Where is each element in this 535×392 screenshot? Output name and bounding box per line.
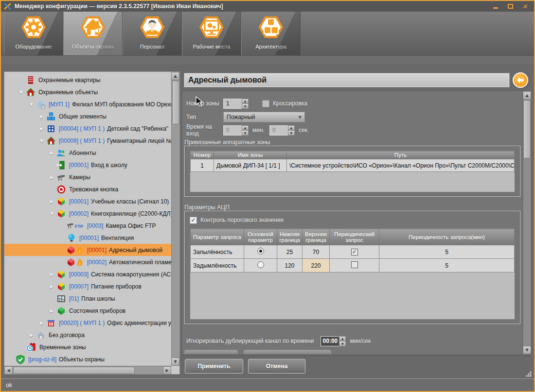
table-cell[interactable]: 5: [379, 245, 515, 259]
crossing-checkbox[interactable]: [262, 100, 269, 107]
scroll-right-button[interactable]: ▶: [163, 366, 171, 375]
tree-item[interactable]: ▼[МУП 1]Филиал МУП образования МО Орехов…: [4, 98, 171, 110]
maximize-button[interactable]: [507, 3, 514, 10]
tree-expand-arrow-icon[interactable]: ▶: [48, 308, 55, 313]
entry-time-sec-value[interactable]: 0: [269, 125, 288, 136]
toolbar-tab-person[interactable]: Персонал: [123, 12, 182, 55]
tree-item[interactable]: ▶Абоненты: [4, 147, 171, 159]
tree-item[interactable]: [01]План школы: [4, 292, 171, 305]
table-row[interactable]: 1Дымовой ДИП-34 [ 1/1 ]\Системное устрой…: [191, 159, 515, 172]
toolbar-tab-gear[interactable]: Оборудование: [4, 12, 63, 55]
table-cell[interactable]: 1: [191, 159, 214, 172]
scroll-down-button[interactable]: ▼: [171, 358, 179, 366]
entry-time-min-stepper[interactable]: 0 ▲▼: [223, 125, 249, 136]
tree-item[interactable]: FTP[0003]Камера Офис FTP: [4, 220, 171, 232]
tree-item[interactable]: Охраняемые квартиры: [4, 74, 171, 86]
increment-button[interactable]: ▲: [339, 336, 346, 341]
detail-vertical-scrollbar[interactable]: ▲ ▼: [523, 91, 531, 355]
scrollbar-thumb[interactable]: [172, 81, 179, 124]
tree-item[interactable]: ▶Состояния приборов: [4, 305, 171, 317]
scroll-up-button[interactable]: ▲: [171, 72, 179, 80]
tree-item[interactable]: Временные зоны: [4, 341, 171, 353]
decrement-button[interactable]: ▼: [339, 341, 346, 346]
tree-collapse-arrow-icon[interactable]: ▼: [48, 211, 55, 216]
table-cell[interactable]: [330, 259, 379, 273]
tree-expand-arrow-icon[interactable]: ▶: [38, 114, 45, 119]
scrollbar-thumb[interactable]: [13, 367, 135, 374]
table-cell[interactable]: [244, 245, 277, 259]
tree-item[interactable]: [prog-oz-8]Объекты охраны: [4, 353, 171, 365]
table-cell[interactable]: \Системное устройство\ИСО «Орион»\Канал …: [287, 159, 515, 172]
tree-item[interactable]: [00001]Вход в школу: [4, 159, 171, 171]
table-cell[interactable]: 70: [303, 245, 330, 259]
tree-collapse-arrow-icon[interactable]: ▼: [38, 138, 45, 143]
scroll-up-button[interactable]: ▲: [523, 91, 531, 100]
zone-number-stepper[interactable]: 1 ▲▼: [223, 99, 249, 109]
table-cell[interactable]: Запылённость: [191, 245, 244, 259]
resize-grip[interactable]: [525, 371, 532, 377]
toolbar-tab-house[interactable]: Объекты охраны: [63, 12, 123, 55]
scrollbar-thumb[interactable]: [523, 100, 531, 158]
zone-number-value[interactable]: 1: [223, 99, 242, 109]
table-row[interactable]: Задымлённость1202205: [191, 259, 515, 273]
increment-button[interactable]: ▲: [242, 125, 249, 131]
tree-item[interactable]: [00001]Вентиляция: [4, 232, 171, 244]
toolbar-tab-cubes[interactable]: Архитектура: [241, 12, 301, 55]
tree-vertical-scrollbar[interactable]: ▲ ▼: [171, 72, 179, 366]
main-parameter-radio[interactable]: [257, 261, 264, 268]
ignore-channel-stepper[interactable]: 00:00 ▲▼: [321, 336, 346, 346]
increment-button[interactable]: ▲: [242, 99, 249, 104]
cancel-button[interactable]: Отмена: [248, 359, 305, 374]
tree-item[interactable]: ▶Без договора: [4, 329, 171, 341]
entry-time-sec-stepper[interactable]: 0 ▲▼: [269, 125, 295, 136]
tree-collapse-arrow-icon[interactable]: ▼: [18, 90, 25, 95]
tree-horizontal-scrollbar[interactable]: ◀ ▶: [4, 366, 171, 374]
tree-item[interactable]: ▼Охраняемые объекты: [4, 86, 171, 98]
main-parameter-radio[interactable]: [257, 248, 264, 255]
tree-expand-arrow-icon[interactable]: ▶: [48, 199, 55, 204]
table-cell[interactable]: [244, 259, 277, 273]
tree-collapse-arrow-icon[interactable]: ▼: [28, 102, 35, 107]
tree-item[interactable]: ▶[00020] ( МУП 1 )Офис администрации упр…: [4, 317, 171, 329]
tree-item[interactable]: ▶Камеры: [4, 171, 171, 183]
type-dropdown[interactable]: Пожарный ▼: [223, 112, 305, 122]
tree-item[interactable]: [00001]Адресный дымовой: [4, 244, 171, 256]
tree-item[interactable]: ▶[00007]Питание приборов: [4, 280, 171, 292]
tree-expand-arrow-icon[interactable]: ▶: [48, 175, 55, 180]
tree-expand-arrow-icon[interactable]: ▶: [28, 333, 35, 338]
tree-expand-arrow-icon[interactable]: ▶: [38, 126, 45, 131]
tree-expand-arrow-icon[interactable]: ▶: [48, 151, 55, 155]
table-cell[interactable]: 5: [379, 259, 515, 273]
increment-button[interactable]: ▲: [288, 125, 295, 131]
tree-item[interactable]: [00002]Автоматический пламени: [4, 256, 171, 268]
tree-expand-arrow-icon[interactable]: ▶: [48, 284, 55, 289]
entry-time-min-value[interactable]: 0: [223, 125, 242, 136]
tree-expand-arrow-icon[interactable]: ▶: [48, 272, 55, 277]
decrement-button[interactable]: ▼: [242, 130, 249, 136]
table-row[interactable]: Запылённость2570✓5: [191, 245, 515, 259]
ignore-channel-value[interactable]: 00:00: [321, 336, 339, 346]
scroll-left-button[interactable]: ◀: [4, 366, 13, 375]
tree-item[interactable]: ▼[00009] ( МУП 1 )Гуманитарный лицей № 9: [4, 135, 171, 147]
back-button[interactable]: [513, 72, 528, 88]
tree-item[interactable]: ▶Общие элементы: [4, 110, 171, 122]
minimize-button[interactable]: [492, 3, 499, 10]
close-button[interactable]: ✕: [521, 3, 528, 10]
decrement-button[interactable]: ▼: [288, 130, 295, 136]
apply-button[interactable]: Применить: [185, 359, 243, 374]
tree-item[interactable]: ▶[00004] ( МУП 1 )Детский сад "Рябинка": [4, 122, 171, 135]
table-cell[interactable]: 120: [277, 259, 303, 273]
threshold-control-checkbox[interactable]: ✓: [190, 217, 197, 224]
decrement-button[interactable]: ▼: [242, 103, 249, 109]
periodic-query-checkbox[interactable]: ✓: [351, 249, 358, 256]
tree-item[interactable]: ▶[00001]Учебные классы (Сигнал 10): [4, 195, 171, 207]
table-cell[interactable]: Дымовой ДИП-34 [ 1/1 ]: [214, 159, 287, 172]
table-cell[interactable]: Задымлённость: [191, 259, 244, 273]
scroll-down-button[interactable]: ▼: [523, 346, 531, 354]
table-cell[interactable]: 25: [277, 245, 303, 259]
table-cell[interactable]: 220: [303, 259, 330, 273]
periodic-query-checkbox[interactable]: [351, 261, 358, 268]
toolbar-tab-workstation[interactable]: Рабочие места: [182, 12, 241, 55]
tree-item[interactable]: ▼[00002]Книгохранилище (С2000-КДЛ): [4, 207, 171, 220]
table-cell[interactable]: ✓: [330, 245, 379, 259]
